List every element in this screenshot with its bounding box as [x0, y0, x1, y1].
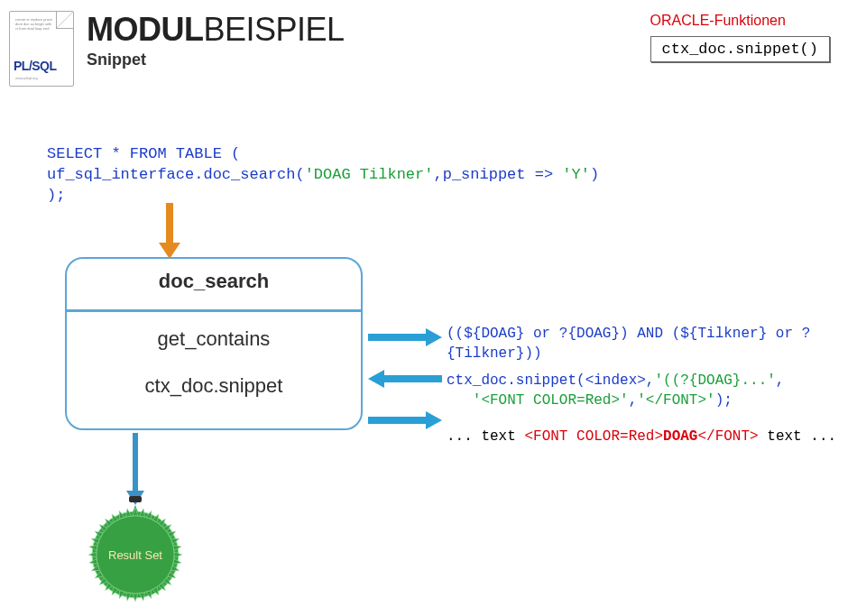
diagram-divider: [65, 309, 363, 312]
diagram-row-ctxdoc: ctx_doc.snippet: [67, 374, 361, 398]
svg-marker-3: [426, 328, 442, 346]
diagram-row-getcontains: get_contains: [67, 327, 361, 351]
plsql-label: PL/SQL: [14, 59, 57, 73]
svg-rect-2: [368, 334, 428, 341]
arrow-right-icon: [368, 411, 442, 429]
svg-rect-4: [384, 375, 442, 382]
svg-rect-0: [166, 203, 173, 244]
oracle-functions-label: ORACLE-Funktionen: [650, 13, 830, 29]
result-set-burst: Result Set: [86, 505, 185, 604]
page-title: MODULBEISPIEL: [87, 11, 345, 49]
arrow-down-icon: [159, 203, 180, 261]
plsql-file-icon: create or replace procedure doc as begin…: [9, 11, 74, 87]
diagram-box: doc_search get_contains ctx_doc.snippet: [65, 257, 363, 430]
output-result-text: ... text <FONT COLOR=Red>DOAG</FONT> tex…: [447, 428, 843, 447]
title-block: MODULBEISPIEL Snippet: [87, 11, 345, 87]
svg-rect-10: [129, 496, 142, 502]
result-set-label: Result Set: [108, 548, 162, 562]
svg-marker-7: [426, 411, 442, 429]
svg-rect-6: [368, 417, 428, 424]
arrow-left-icon: [368, 370, 442, 388]
output-snippet-call: ctx_doc.snippet(<index>,'((?{DOAG}...', …: [447, 372, 843, 410]
header-right: ORACLE-Funktionen ctx_doc.snippet(): [650, 13, 830, 62]
arrow-right-icon: [368, 328, 442, 346]
output-getcontains: ((${DOAG} or ?{DOAG}) AND (${Tilkner} or…: [447, 325, 843, 363]
page-subtitle: Snippet: [87, 51, 345, 69]
sql-code: SELECT * FROM TABLE ( uf_sql_interface.d…: [47, 144, 599, 207]
ctx-doc-snippet-box: ctx_doc.snippet(): [650, 36, 830, 62]
svg-marker-5: [368, 370, 384, 388]
arrow-down-icon: [126, 433, 144, 509]
svg-rect-8: [133, 433, 138, 492]
diagram-title: doc_search: [67, 270, 361, 293]
